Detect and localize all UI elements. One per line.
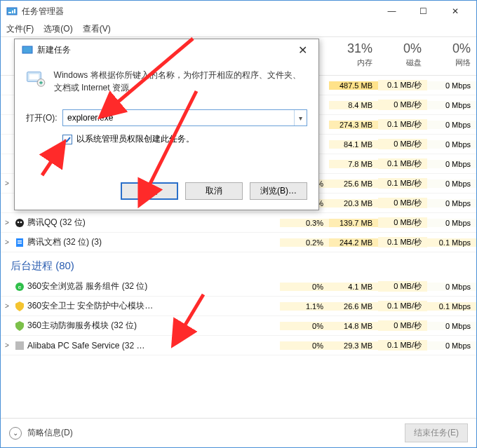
table-row[interactable]: > Alibaba PC Safe Service (32 … 0% 29.3 … [1, 336, 476, 355]
process-name: Alibaba PC Safe Service (32 … [26, 341, 280, 351]
expand-icon[interactable]: > [1, 219, 13, 226]
disk-cell: 0.1 MB/秒 [378, 158, 427, 169]
dialog-icon [22, 44, 33, 55]
expand-icon[interactable]: > [1, 238, 13, 246]
svg-point-10 [18, 221, 20, 223]
mem-cell: 244.2 MB [329, 238, 378, 247]
minimize-button[interactable]: — [376, 1, 408, 22]
svg-rect-14 [18, 243, 22, 244]
window-title: 任务管理器 [22, 6, 376, 18]
process-icon [13, 217, 26, 229]
mem-cell: 14.8 MB [329, 322, 378, 330]
col-memory[interactable]: 31% 内存 [329, 37, 378, 75]
mem-cell: 84.1 MB [329, 140, 378, 149]
open-input[interactable] [63, 110, 294, 125]
disk-cell: 0 MB/秒 [378, 139, 427, 149]
net-cell: 0.1 Mbps [427, 302, 476, 311]
disk-cell: 0 MB/秒 [378, 100, 427, 110]
chevron-down-icon[interactable]: ▾ [294, 110, 307, 125]
process-icon: e [13, 281, 26, 292]
cpu-cell: 0% [280, 283, 329, 291]
disk-cell: 0 MB/秒 [378, 198, 427, 208]
svg-rect-3 [14, 9, 15, 13]
dialog-description: Windows 将根据你所键入的名称，为你打开相应的程序、文件夹、文档或 Int… [54, 69, 307, 94]
cpu-cell: 0.3% [280, 219, 329, 227]
mem-cell: 20.3 MB [329, 199, 378, 208]
table-row[interactable]: e 360安全浏览器 服务组件 (32 位) 0% 4.1 MB 0 MB/秒 … [1, 277, 476, 297]
footer: ⌄ 简略信息(D) 结束任务(E) [1, 418, 476, 447]
end-task-button[interactable]: 结束任务(E) [405, 423, 468, 442]
mem-cell: 25.6 MB [329, 179, 378, 188]
admin-checkbox-label[interactable]: 以系统管理员权限创建此任务。 [76, 133, 194, 145]
disk-cell: 0.1 MB/秒 [378, 301, 427, 311]
dialog-title: 新建任务 [37, 44, 294, 56]
new-task-dialog: 新建任务 ✕ Windows 将根据你所键入的名称，为你打开相应的程序、文件夹、… [14, 39, 319, 210]
expand-icon[interactable]: > [1, 179, 13, 187]
mem-cell: 4.1 MB [329, 283, 378, 291]
close-button[interactable]: ✕ [439, 1, 471, 22]
mem-cell: 26.6 MB [329, 302, 378, 311]
process-icon [13, 237, 26, 248]
maximize-button[interactable]: ☐ [408, 1, 439, 22]
titlebar[interactable]: 任务管理器 — ☐ ✕ [1, 1, 476, 22]
cpu-cell: 0% [280, 322, 329, 330]
menu-options[interactable]: 选项(O) [43, 23, 72, 35]
process-icon [13, 301, 26, 312]
chevron-down-icon[interactable]: ⌄ [9, 427, 22, 440]
ok-button[interactable]: 确定 [121, 182, 178, 200]
cpu-cell: 0.2% [280, 238, 329, 247]
process-name: 腾讯文档 (32 位) (3) [26, 236, 280, 248]
col-disk[interactable]: 0% 磁盘 [378, 37, 427, 75]
net-cell: 0 Mbps [427, 101, 476, 109]
dialog-close-button[interactable]: ✕ [294, 43, 311, 57]
disk-cell: 0 MB/秒 [378, 217, 427, 228]
disk-cell: 0.1 MB/秒 [378, 178, 427, 189]
cancel-button[interactable]: 取消 [185, 182, 243, 200]
svg-text:e: e [18, 284, 22, 290]
net-cell: 0 Mbps [427, 341, 476, 350]
mem-cell: 487.5 MB [329, 81, 378, 90]
table-row[interactable]: > 腾讯QQ (32 位) 0.3% 139.7 MB 0 MB/秒 0 Mbp… [1, 213, 476, 233]
net-cell: 0 Mbps [427, 322, 476, 330]
net-cell: 0 Mbps [427, 121, 476, 129]
menu-file[interactable]: 文件(F) [6, 23, 34, 35]
admin-checkbox[interactable] [62, 135, 72, 144]
open-combobox[interactable]: ▾ [62, 109, 307, 126]
svg-rect-2 [12, 11, 13, 13]
svg-rect-20 [29, 74, 39, 80]
app-icon [6, 6, 18, 17]
svg-point-9 [15, 219, 24, 227]
cpu-cell: 0% [280, 341, 329, 350]
menu-view[interactable]: 查看(V) [83, 23, 111, 35]
expand-icon[interactable]: > [1, 302, 13, 310]
disk-cell: 0.1 MB/秒 [378, 237, 427, 247]
process-name: 腾讯QQ (32 位) [26, 217, 280, 229]
net-cell: 0 Mbps [427, 81, 476, 90]
svg-rect-18 [22, 46, 32, 53]
brief-info-link[interactable]: 简略信息(D) [27, 427, 405, 439]
process-icon [13, 320, 26, 332]
disk-cell: 0.1 MB/秒 [378, 80, 427, 90]
dialog-titlebar[interactable]: 新建任务 ✕ [15, 39, 318, 60]
svg-rect-13 [18, 240, 22, 242]
net-cell: 0 Mbps [427, 199, 476, 208]
svg-point-11 [20, 221, 22, 223]
disk-cell: 0 MB/秒 [378, 281, 427, 292]
net-cell: 0 Mbps [427, 283, 476, 291]
table-row[interactable]: > 360安全卫士 安全防护中心模块… 1.1% 26.6 MB 0.1 MB/… [1, 297, 476, 316]
net-cell: 0 Mbps [427, 160, 476, 168]
net-cell: 0 Mbps [427, 140, 476, 149]
table-row[interactable]: > 腾讯文档 (32 位) (3) 0.2% 244.2 MB 0.1 MB/秒… [1, 233, 476, 252]
table-row[interactable]: 360主动防御服务模块 (32 位) 0% 14.8 MB 0 MB/秒 0 M… [1, 316, 476, 336]
process-icon [13, 340, 26, 351]
svg-rect-1 [8, 12, 11, 13]
run-icon [26, 69, 46, 94]
mem-cell: 139.7 MB [329, 219, 378, 227]
mem-cell: 7.8 MB [329, 160, 378, 168]
browse-button[interactable]: 浏览(B)… [250, 182, 307, 200]
col-network[interactable]: 0% 网络 [427, 37, 476, 75]
disk-cell: 0 MB/秒 [378, 320, 427, 331]
disk-cell: 0.1 MB/秒 [378, 119, 427, 130]
process-name: 360安全卫士 安全防护中心模块… [26, 300, 280, 312]
expand-icon[interactable]: > [1, 341, 13, 349]
